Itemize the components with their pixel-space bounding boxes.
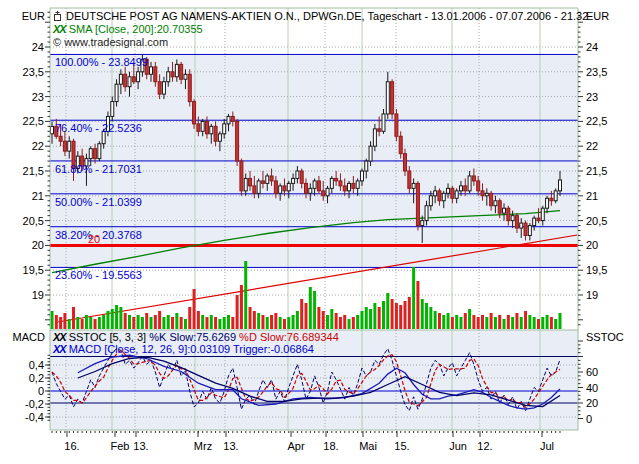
price-tick-label: 24 <box>586 41 598 53</box>
macd-tick-label: -0,2 <box>0 398 44 410</box>
price-tick-label: 21 <box>586 190 598 202</box>
tradesignal-logo-icon: XX <box>53 343 66 355</box>
price-tick-label: 21,5 <box>0 165 44 177</box>
stochastic-legend: XXSSTOC [5, 3, 3] %K Slow:75.6269 %D Slo… <box>53 331 339 343</box>
time-tick-label: 12. <box>477 440 492 452</box>
sstoc-tick-label: 20 <box>586 397 598 409</box>
sma-legend: XXSMA [Close, 200]:20.70355 <box>53 23 203 35</box>
price-tick-label: 24 <box>0 41 44 53</box>
price-tick-label: 22,5 <box>0 115 44 127</box>
price-tick-label: 22 <box>0 140 44 152</box>
sstoc-tick-label: 60 <box>586 366 598 378</box>
price-tick-label: 20 <box>586 239 598 251</box>
fibonacci-level-label: 50.00% - 21.0399 <box>55 196 142 208</box>
price-tick-label: 19,5 <box>586 264 607 276</box>
chart-title: DEUTSCHE POST AG NAMENS-AKTIEN O.N., DPW… <box>66 10 588 22</box>
time-tick-label: 13. <box>133 440 148 452</box>
sstoc-tick-label: 40 <box>586 382 598 394</box>
instrument-icon <box>53 11 62 22</box>
price-tick-label: 22 <box>586 140 598 152</box>
tradesignal-logo-icon: XX <box>53 23 66 35</box>
left-axis-unit: EUR <box>0 10 45 22</box>
time-tick-label: Feb <box>111 440 130 452</box>
macd-tick-label: 0 <box>0 385 44 397</box>
price-tick-label: 20,5 <box>0 215 44 227</box>
fibonacci-level-label: 23.60% - 19.5563 <box>55 269 142 281</box>
time-tick-label: Jun <box>449 440 467 452</box>
time-tick-label: Mrz <box>194 440 212 452</box>
sstoc-d-value: %D Slow:76.689344 <box>239 331 339 343</box>
time-tick-label: 13. <box>223 440 238 452</box>
price-line-label: 20 <box>88 233 100 245</box>
fibonacci-level-label: 76.40% - 22.5236 <box>55 122 142 134</box>
time-tick-label: 18. <box>323 440 338 452</box>
price-tick-label: 23,5 <box>0 66 44 78</box>
price-tick-label: 23 <box>586 91 598 103</box>
price-tick-label: 20 <box>0 239 44 251</box>
price-tick-label: 23,5 <box>586 66 607 78</box>
macd-tick-label: -0,4 <box>0 411 44 423</box>
watermark: © www.tradesignal.com <box>53 36 168 48</box>
tradesignal-chart-window: EUR EUR MACD SSTOC 2423,52322,52221,5212… <box>0 0 639 464</box>
price-tick-label: 19,5 <box>0 264 44 276</box>
macd-axis-unit: MACD <box>0 331 45 343</box>
price-tick-label: 20,5 <box>586 215 607 227</box>
sstoc-axis-unit: SSTOC <box>586 331 624 343</box>
tradesignal-logo-icon: XX <box>53 331 66 343</box>
time-tick-label: 15. <box>394 440 409 452</box>
macd-tick-label: 0,4 <box>0 359 44 371</box>
time-tick-label: Apr <box>287 440 304 452</box>
price-tick-label: 19 <box>0 289 44 301</box>
right-axis-unit: EUR <box>586 10 609 22</box>
sstoc-name: SSTOC [5, 3, 3] <box>69 331 146 343</box>
fibonacci-level-label: 100.00% - 23.8499 <box>55 56 148 68</box>
macd-values: MACD [Close, 12, 26, 9]:0.03109 Trigger:… <box>69 343 314 355</box>
price-tick-label: 21,5 <box>586 165 607 177</box>
time-tick-label: Mai <box>359 440 377 452</box>
fibonacci-level-label: 61.80% - 21.7031 <box>55 163 142 175</box>
macd-legend: XXMACD [Close, 12, 26, 9]:0.03109 Trigge… <box>53 343 314 355</box>
price-tick-label: 23 <box>0 91 44 103</box>
time-tick-label: 16. <box>64 440 79 452</box>
sstoc-tick-label: 0 <box>586 413 592 425</box>
chart-title-row: DEUTSCHE POST AG NAMENS-AKTIEN O.N., DPW… <box>53 10 588 22</box>
sstoc-k-value: %K Slow:75.6269 <box>149 331 236 343</box>
sma-label: SMA [Close, 200]:20.70355 <box>69 23 203 35</box>
time-tick-label: Jul <box>540 440 554 452</box>
price-tick-label: 19 <box>586 289 598 301</box>
macd-tick-label: 0,2 <box>0 372 44 384</box>
price-tick-label: 21 <box>0 190 44 202</box>
price-tick-label: 22,5 <box>586 115 607 127</box>
